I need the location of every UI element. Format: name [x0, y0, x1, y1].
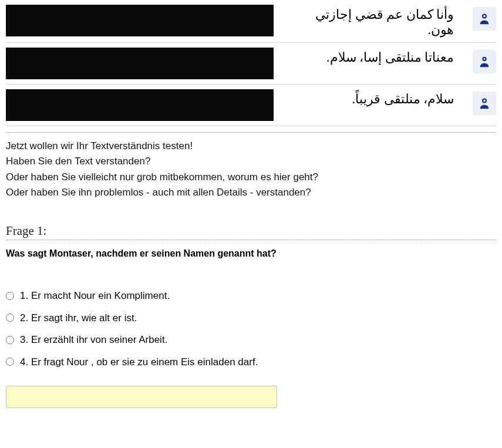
redacted-block	[6, 5, 274, 36]
option-row[interactable]: 2. Er sagt ihr, wie alt er ist.	[6, 307, 496, 329]
intro-line: Haben Sie den Text verstanden?	[6, 154, 496, 169]
svg-point-2	[484, 58, 486, 60]
speaker-avatar	[473, 92, 496, 115]
question-header: Frage 1:	[6, 224, 496, 240]
arabic-line: وأنا كمان عم قضي إجازتي هون.	[288, 5, 454, 38]
radio-option-4[interactable]	[6, 358, 14, 366]
radio-option-3[interactable]	[6, 336, 14, 344]
options-group: 1. Er macht Nour ein Kompliment. 2. Er s…	[6, 285, 496, 373]
svg-point-0	[483, 14, 486, 18]
section-divider	[6, 132, 496, 133]
option-row[interactable]: 4. Er fragt Nour , ob er sie zu einem Ei…	[6, 351, 496, 373]
intro-paragraph: Jetzt wollen wir Ihr Textverständnis tes…	[6, 139, 496, 200]
answer-input[interactable]	[6, 386, 277, 408]
dialog-row: معناتا منلتقى إسا، سلام.	[6, 43, 496, 85]
person-icon	[478, 97, 491, 110]
radio-option-2[interactable]	[6, 314, 14, 322]
radio-option-1[interactable]	[6, 292, 14, 300]
person-icon	[478, 12, 491, 25]
question-text: Was sagt Montaser, nachdem er seinen Nam…	[6, 248, 496, 259]
option-row[interactable]: 3. Er erzählt ihr von seiner Arbeit.	[6, 329, 496, 351]
option-label: 1. Er macht Nour ein Kompliment.	[20, 285, 170, 306]
option-label: 2. Er sagt ihr, wie alt er ist.	[20, 307, 137, 329]
dialog-row: سلام، منلتقى قريباً.	[6, 85, 496, 126]
redacted-block	[6, 89, 274, 121]
option-label: 4. Er fragt Nour , ob er sie zu einem Ei…	[20, 351, 258, 373]
arabic-line: معناتا منلتقى إسا، سلام.	[288, 48, 454, 65]
option-label: 3. Er erzählt ihr von seiner Arbeit.	[20, 329, 167, 351]
redacted-block	[6, 48, 274, 79]
dialog-row: وأنا كمان عم قضي إجازتي هون.	[6, 0, 496, 43]
option-row[interactable]: 1. Er macht Nour ein Kompliment.	[6, 285, 496, 306]
svg-point-3	[483, 99, 486, 102]
intro-line: Jetzt wollen wir Ihr Textverständnis tes…	[6, 139, 496, 154]
speaker-avatar	[473, 7, 496, 31]
intro-line: Oder haben Sie ihn problemlos - auch mit…	[6, 185, 496, 200]
speaker-avatar	[473, 50, 496, 73]
person-icon	[478, 55, 491, 68]
intro-line: Oder haben Sie vielleicht nur grob mitbe…	[6, 170, 496, 185]
arabic-line: سلام، منلتقى قريباً.	[288, 89, 454, 107]
